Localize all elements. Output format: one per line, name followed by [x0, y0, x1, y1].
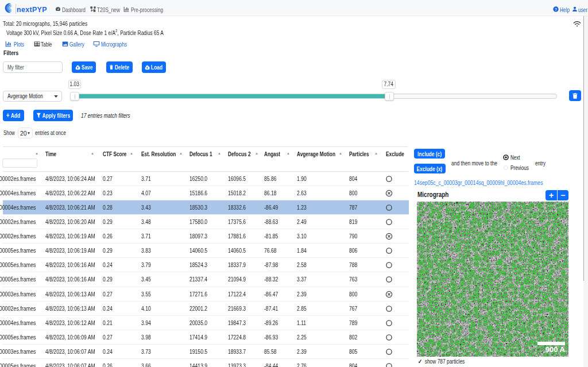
svg-text:?: ? — [555, 7, 557, 11]
svg-text:900 A: 900 A — [546, 345, 566, 354]
